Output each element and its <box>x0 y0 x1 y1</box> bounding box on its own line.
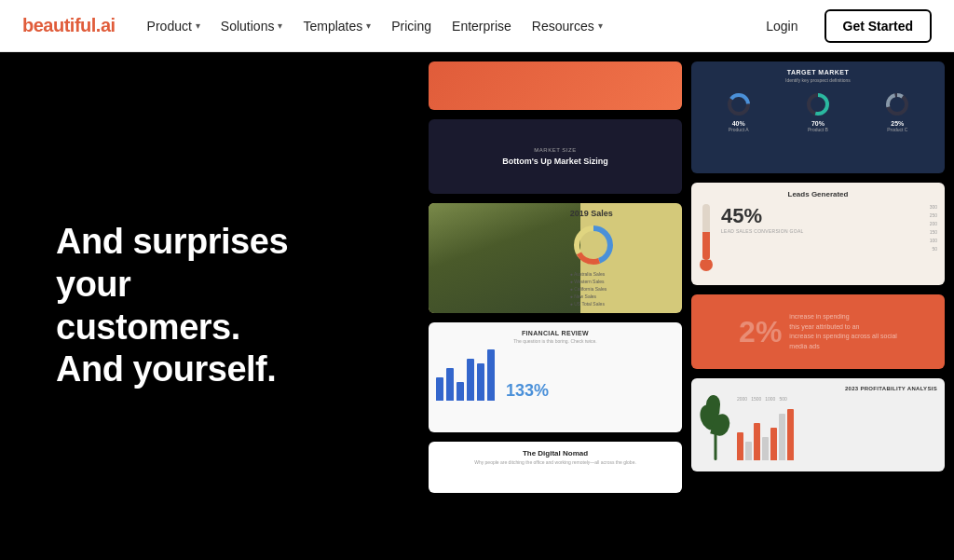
donut-row: 40% Product A 70% Product B <box>699 90 937 132</box>
logo[interactable]: beautiful.ai <box>22 15 116 36</box>
donut-label-c: Product C <box>887 127 907 132</box>
navbar: beautiful.ai Product ▾ Solutions ▾ Templ… <box>0 0 954 52</box>
slide-leads-generated[interactable]: Leads Generated 45% Lead Sales Conversio… <box>691 183 945 285</box>
thermo-bulb <box>700 258 713 271</box>
main-content: And surprises your customers. And yourse… <box>0 52 954 560</box>
sales-legend: ● Australia Sales ● Western Sales ● Cali… <box>570 270 606 307</box>
donut-pct-c: 25% <box>891 120 904 127</box>
profitability-chart: 200015001000500 <box>737 396 937 460</box>
slide-target-market[interactable]: Target Market Identify key prospect defi… <box>691 61 945 173</box>
donut-pct-a: 40% <box>732 120 745 127</box>
profit-bar <box>779 414 785 460</box>
nav-right: Login Get Started <box>751 9 932 43</box>
fin-bar <box>487 349 495 401</box>
slide-orange-top[interactable] <box>429 61 682 110</box>
slides-grid: Market Size Bottom's Up Market Sizing 20… <box>419 52 954 560</box>
leads-pct: 45% <box>721 204 922 228</box>
leads-body: 45% Lead Sales Conversion Goal 300 250 2… <box>699 204 937 279</box>
slides-col-1: Market Size Bottom's Up Market Sizing 20… <box>429 61 682 493</box>
financial-title: Financial Review <box>436 330 675 336</box>
profit-bar <box>787 409 794 460</box>
login-button[interactable]: Login <box>751 11 812 41</box>
fin-bar <box>436 377 443 401</box>
leads-title: Leads Generated <box>699 190 937 198</box>
slide-orange-stat[interactable]: 2% increase in spending this year attrib… <box>691 294 945 369</box>
chevron-down-icon: ▾ <box>366 20 371 31</box>
hero-text: And surprises your customers. And yourse… <box>56 221 363 390</box>
target-market-title: Target Market <box>699 69 937 75</box>
digital-nomad-title: The Digital Nomad <box>523 449 588 458</box>
profitability-title: 2023 Profitability Analysis <box>699 386 937 391</box>
financial-body: 133% <box>436 349 675 401</box>
slide-sales-2019[interactable]: 2019 Sales ● Australia Sales ● Western S… <box>429 203 682 313</box>
financial-sub: The question is this boring. Check twice… <box>436 338 675 344</box>
fin-bar <box>446 368 454 401</box>
leads-label: Lead Sales Conversion Goal <box>721 228 922 234</box>
target-market-sub: Identify key prospect definitions <box>699 77 937 83</box>
nav-item-templates[interactable]: Templates ▾ <box>293 13 380 39</box>
profit-bar <box>762 437 769 460</box>
orange-stat-pct: 2% <box>739 315 782 349</box>
plant-leaf <box>705 394 721 414</box>
donut-a <box>725 90 753 118</box>
nav-links: Product ▾ Solutions ▾ Templates ▾ Pricin… <box>138 13 748 39</box>
thermometer <box>699 204 714 279</box>
profit-bar <box>745 442 752 460</box>
slide-market-label: Market Size <box>534 147 576 153</box>
slides-col-2: Target Market Identify key prospect defi… <box>691 61 945 471</box>
financial-stat: 133% <box>506 381 549 401</box>
profit-bar <box>770 428 777 460</box>
thermo-tube <box>702 204 710 260</box>
profitability-body: 200015001000500 <box>699 395 937 460</box>
sales-right: 2019 Sales ● Australia Sales ● Western S… <box>570 209 676 307</box>
profit-bars <box>737 404 937 460</box>
leads-scale: 300 250 200 150 100 50 <box>930 204 937 252</box>
donut-item-a: 40% Product A <box>725 90 753 132</box>
donut-item-c: 25% Product C <box>883 90 911 132</box>
nav-item-product[interactable]: Product ▾ <box>138 13 210 39</box>
donut-c <box>883 90 911 118</box>
slide-profitability[interactable]: 2023 Profitability Analysis 200015001000… <box>691 378 945 471</box>
fin-bar <box>477 363 484 401</box>
thermo-fill <box>702 232 710 260</box>
donut-item-b: 70% Product B <box>804 90 832 132</box>
digital-nomad-sub: Why people are ditching the office and w… <box>474 459 636 465</box>
nav-item-solutions[interactable]: Solutions ▾ <box>211 13 293 39</box>
profit-bar <box>737 432 743 460</box>
fin-bar <box>467 359 474 401</box>
donut-b <box>804 90 832 118</box>
donut-label-a: Product A <box>729 127 749 132</box>
sales-photo <box>429 203 580 313</box>
slide-market-title: Bottom's Up Market Sizing <box>502 157 608 166</box>
fin-bar <box>457 382 464 401</box>
profit-bar <box>754 423 760 460</box>
get-started-button[interactable]: Get Started <box>825 9 932 43</box>
donut-chart <box>570 222 617 268</box>
orange-stat-text: increase in spending this year attribute… <box>789 312 897 351</box>
hero-section: And surprises your customers. And yourse… <box>0 52 419 560</box>
chevron-down-icon: ▾ <box>598 20 603 31</box>
plant-decoration <box>699 395 731 460</box>
nav-item-enterprise[interactable]: Enterprise <box>443 13 521 39</box>
logo-text: beautiful.ai <box>22 15 116 35</box>
sales-year: 2019 Sales <box>570 209 613 218</box>
nav-item-resources[interactable]: Resources ▾ <box>523 13 612 39</box>
chevron-down-icon: ▾ <box>196 20 200 31</box>
donut-label-b: Product B <box>808 127 828 132</box>
surfer-figure <box>429 203 580 313</box>
financial-bars <box>436 349 495 401</box>
slide-digital-nomad[interactable]: The Digital Nomad Why people are ditchin… <box>429 442 682 493</box>
slide-market-size[interactable]: Market Size Bottom's Up Market Sizing <box>429 119 682 194</box>
leads-stats: 45% Lead Sales Conversion Goal <box>721 204 922 234</box>
chevron-down-icon: ▾ <box>278 20 282 31</box>
slides-area: Market Size Bottom's Up Market Sizing 20… <box>419 52 954 560</box>
slide-financial[interactable]: Financial Review The question is this bo… <box>429 322 682 432</box>
nav-item-pricing[interactable]: Pricing <box>382 13 441 39</box>
donut-pct-b: 70% <box>811 120 825 127</box>
